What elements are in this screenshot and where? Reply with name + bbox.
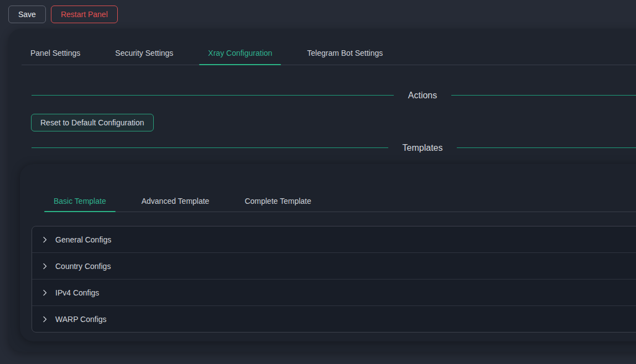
country-configs-header[interactable]: Country Configs (32, 253, 636, 279)
active-tab-indicator (44, 211, 116, 212)
warp-configs-header[interactable]: WARP Configs (32, 306, 636, 332)
settings-card: Panel Settings Security Settings Xray Co… (8, 29, 636, 352)
tab-label: Complete Template (244, 197, 311, 205)
collapse-item-ipv4-configs: IPv4 Configs (32, 279, 636, 306)
config-collapse-list: General Configs Country Configs (32, 226, 636, 333)
tab-label: Panel Settings (30, 49, 80, 57)
chevron-right-icon (41, 263, 48, 270)
settings-tab-bar: Panel Settings Security Settings Xray Co… (22, 41, 636, 65)
tab-label: Telegram Bot Settings (307, 49, 383, 57)
tab-label: Advanced Template (142, 197, 210, 205)
chevron-right-icon (41, 316, 48, 323)
collapse-item-label: Country Configs (55, 262, 111, 271)
templates-card: Basic Template Advanced Template Complet… (20, 164, 636, 341)
chevron-right-icon (41, 236, 48, 243)
collapse-item-label: IPv4 Configs (55, 288, 99, 297)
tab-basic-template[interactable]: Basic Template (44, 191, 116, 212)
templates-divider: Templates (32, 141, 636, 155)
top-action-bar: Save Restart Panel (0, 0, 636, 29)
restart-panel-button[interactable]: Restart Panel (51, 6, 118, 23)
divider-line (32, 95, 394, 96)
tab-security-settings[interactable]: Security Settings (106, 41, 182, 65)
active-tab-indicator (199, 64, 281, 65)
templates-section-title: Templates (388, 143, 457, 153)
divider-line (32, 147, 388, 148)
reset-default-configuration-button[interactable]: Reset to Default Configuration (31, 114, 154, 131)
general-configs-header[interactable]: General Configs (32, 226, 636, 252)
tab-complete-template[interactable]: Complete Template (235, 191, 320, 212)
collapse-item-country-configs: Country Configs (32, 253, 636, 279)
tab-advanced-template[interactable]: Advanced Template (132, 191, 219, 212)
tab-telegram-bot-settings[interactable]: Telegram Bot Settings (298, 41, 392, 65)
collapse-item-general-configs: General Configs (32, 226, 636, 253)
actions-section-title: Actions (394, 91, 451, 101)
ipv4-configs-header[interactable]: IPv4 Configs (32, 279, 636, 305)
collapse-item-label: WARP Configs (55, 315, 107, 324)
tab-panel-settings[interactable]: Panel Settings (22, 41, 89, 65)
collapse-item-warp-configs: WARP Configs (32, 306, 636, 332)
divider-line (451, 95, 636, 96)
tab-label: Security Settings (115, 49, 173, 57)
chevron-right-icon (41, 289, 48, 296)
divider-line (457, 147, 636, 148)
tab-label: Xray Configuration (208, 49, 272, 57)
collapse-item-label: General Configs (55, 235, 111, 244)
save-button[interactable]: Save (8, 6, 46, 23)
tab-xray-configuration[interactable]: Xray Configuration (199, 41, 281, 65)
actions-divider: Actions (32, 88, 636, 102)
template-tab-bar: Basic Template Advanced Template Complet… (44, 191, 636, 212)
tab-label: Basic Template (54, 197, 106, 205)
